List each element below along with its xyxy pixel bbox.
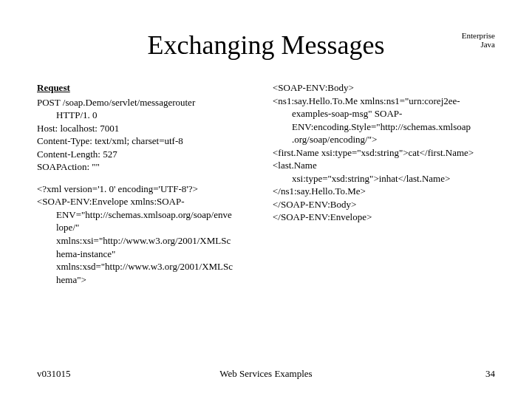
left-column: Request POST /soap.Demo/servlet/messager…	[37, 81, 259, 295]
footer-title: Web Services Examples	[219, 368, 312, 380]
xml-line-indent: xmlns:xsd="http://www.w3.org/2001/XMLSc	[37, 260, 259, 273]
corner-label-text: Enterprise Java	[462, 31, 495, 49]
xml-line: </ns1:say.Hello.To.Me>	[273, 185, 495, 198]
right-column: <SOAP-ENV:Body> <ns1:say.Hello.To.Me xml…	[273, 81, 495, 295]
http-line: Host: localhost: 7001	[37, 122, 259, 135]
content-columns: Request POST /soap.Demo/servlet/messager…	[37, 81, 495, 295]
xml-line-indent: hema">	[37, 273, 259, 287]
xml-line: </SOAP-ENV:Body>	[273, 198, 495, 211]
header-row: Exchanging Messages Enterprise Java	[37, 30, 495, 61]
xml-line-indent: examples-soap-msg" SOAP-	[273, 107, 495, 120]
xml-line-indent: .org/soap/encoding/">	[273, 133, 495, 146]
http-line: Content-Type: text/xml; charset=utf-8	[37, 134, 259, 148]
xml-line-indent: hema-instance"	[37, 248, 259, 261]
xml-line: <first.Name xsi:type="xsd:string">cat</f…	[273, 146, 495, 160]
page-number: 34	[485, 368, 495, 380]
xml-line: <last.Name	[273, 159, 495, 172]
xml-line-indent: ENV:encoding.Style="http://schemas.xmlso…	[273, 120, 495, 134]
xml-line: <?xml version='1. 0' encoding='UTF-8'?>	[37, 183, 259, 196]
xml-line-indent: xmlns:xsi="http://www.w3.org/2001/XMLSc	[37, 234, 259, 248]
http-line: POST /soap.Demo/servlet/messagerouter	[37, 96, 259, 109]
xml-line: <ns1:say.Hello.To.Me xmlns:ns1="urn:core…	[273, 95, 495, 108]
footer-version: v031015	[37, 368, 71, 380]
page-title: Exchanging Messages	[37, 30, 495, 61]
xml-line: <SOAP-ENV:Envelope xmlns:SOAP-	[37, 195, 259, 208]
http-line: Content-Length: 527	[37, 148, 259, 161]
http-line-indent: HTTP/1. 0	[37, 109, 259, 122]
xml-line-indent: ENV="http://schemas.xmlsoap.org/soap/env…	[37, 208, 259, 222]
xml-line-indent: xsi:type="xsd:string">inhat</last.Name>	[273, 172, 495, 185]
xml-line: <SOAP-ENV:Body>	[273, 81, 495, 95]
corner-label: Enterprise Java	[462, 31, 495, 49]
http-block: POST /soap.Demo/servlet/messagerouter HT…	[37, 96, 259, 174]
footer: v031015 Web Services Examples 34	[37, 368, 495, 380]
xml-line: </SOAP-ENV:Envelope>	[273, 211, 495, 224]
xml-line-indent: lope/"	[37, 221, 259, 234]
http-line: SOAPAction: ""	[37, 160, 259, 174]
request-heading: Request	[37, 81, 259, 95]
xml-block: <?xml version='1. 0' encoding='UTF-8'?> …	[37, 183, 259, 286]
slide: Exchanging Messages Enterprise Java Requ…	[0, 0, 532, 399]
